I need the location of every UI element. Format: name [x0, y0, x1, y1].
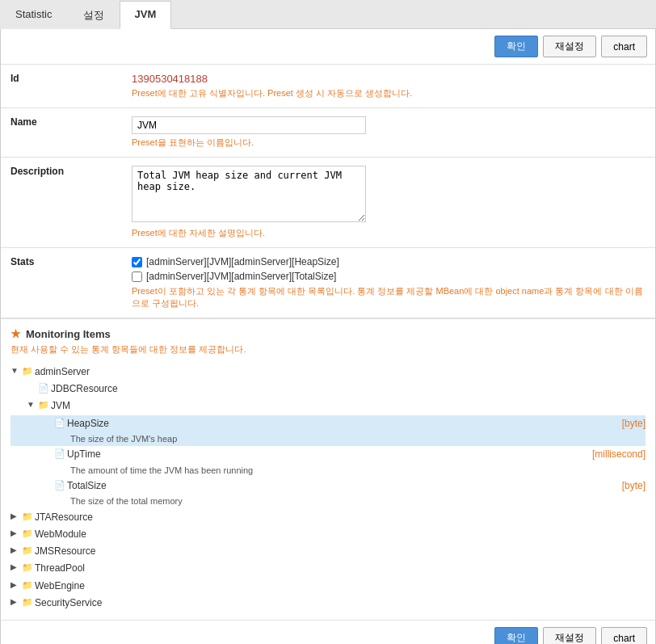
stats-item-0: [adminServer][JVM][adminServer][HeapSize…: [132, 256, 645, 267]
description-hint: Preset에 대한 자세한 설명입니다.: [132, 227, 645, 239]
folder-icon-adminserver: 📁: [22, 364, 35, 379]
doc-icon-uptime: 📄: [54, 447, 67, 461]
node-desc-uptime: The amount of time the JVM has been runn…: [11, 464, 645, 478]
stats-item-label-1: [adminServer][JVM][adminServer][TotalSiz…: [146, 271, 336, 282]
name-hint: Preset을 표현하는 이름입니다.: [132, 137, 645, 149]
main-content: 확인 재설정 chart Id 1390530418188 Preset에 대한…: [0, 29, 656, 644]
id-label: Id: [1, 65, 122, 108]
name-input[interactable]: [132, 116, 366, 134]
folder-icon-jtaresource: 📁: [22, 510, 35, 524]
tree-row-jdbcresource[interactable]: 📄 JDBCResource: [11, 381, 645, 398]
stats-item-1: [adminServer][JVM][adminServer][TotalSiz…: [132, 271, 645, 282]
arrow-jvm: [27, 398, 38, 411]
star-icon: ★: [11, 327, 21, 340]
id-value: 1390530418188: [132, 73, 645, 85]
arrow-jmsresource: [11, 544, 22, 557]
tree-row-securityservice[interactable]: 📁 SecurityService: [11, 595, 645, 612]
name-row: Name Preset을 표현하는 이름입니다.: [1, 108, 655, 158]
doc-icon-heapsize: 📄: [54, 416, 67, 431]
description-label: Description: [1, 158, 122, 248]
description-row: Description Total JVM heap size and curr…: [1, 158, 655, 248]
monitoring-section: ★ Monitoring Items 현재 사용할 수 있는 통계 항목들에 대…: [1, 318, 655, 620]
node-label-heapsize: HeapSize: [67, 416, 614, 431]
node-label-securityservice: SecurityService: [35, 596, 645, 611]
tree-row-webengine[interactable]: 📁 WebEngine: [11, 578, 645, 595]
reset-button[interactable]: 재설정: [543, 36, 596, 57]
monitoring-title: ★ Monitoring Items: [11, 327, 645, 340]
id-row: Id 1390530418188 Preset에 대한 고유 식별자입니다. P…: [1, 65, 655, 108]
stats-checkbox-0[interactable]: [132, 257, 142, 267]
node-label-webmodule: WebModule: [35, 527, 645, 542]
tab-statistic[interactable]: Statistic: [0, 1, 68, 29]
node-label-jvm: JVM: [51, 398, 645, 414]
bottom-confirm-button[interactable]: 확인: [494, 627, 538, 644]
arrow-jtaresource: [11, 510, 22, 523]
node-type-totalsize: [byte]: [622, 478, 645, 494]
node-label-jmsresource: JMSResource: [35, 544, 645, 559]
node-label-totalsize: TotalSize: [67, 478, 614, 494]
node-label-threadpool: ThreadPool: [35, 561, 645, 576]
node-type-uptime: [millisecond]: [592, 447, 645, 462]
folder-icon-securityservice: 📁: [22, 596, 35, 610]
node-label-adminserver: adminServer: [35, 364, 645, 380]
tree-row-threadpool[interactable]: 📁 ThreadPool: [11, 560, 645, 577]
tree-row-webmodule[interactable]: 📁 WebModule: [11, 526, 645, 543]
stats-hint: Preset이 포함하고 있는 각 통계 항목에 대한 목록입니다. 통계 정보…: [132, 285, 645, 309]
name-label: Name: [1, 108, 122, 158]
bottom-chart-button[interactable]: chart: [601, 627, 647, 644]
node-desc-totalsize: The size of the total memory: [11, 495, 645, 509]
tab-jvm[interactable]: JVM: [120, 1, 172, 29]
node-label-jtaresource: JTAResource: [35, 510, 645, 525]
description-textarea[interactable]: Total JVM heap size and current JVM heap…: [132, 166, 366, 222]
tree: 📁 adminServer 📄 JDBCResource 📁 JVM: [11, 364, 645, 612]
node-label-jdbcresource: JDBCResource: [51, 381, 645, 397]
folder-icon-webengine: 📁: [22, 579, 35, 593]
form-table: Id 1390530418188 Preset에 대한 고유 식별자입니다. P…: [1, 65, 655, 318]
tree-row-jvm[interactable]: 📁 JVM: [11, 398, 645, 415]
doc-icon-jdbcresource: 📄: [38, 381, 51, 396]
tab-settings[interactable]: 설정: [68, 1, 120, 29]
arrow-securityservice: [11, 596, 22, 608]
arrow-webengine: [11, 579, 22, 591]
stats-item-label-0: [adminServer][JVM][adminServer][HeapSize…: [146, 256, 339, 267]
bottom-reset-button[interactable]: 재설정: [543, 627, 596, 644]
bottom-toolbar: 확인 재설정 chart: [1, 620, 655, 644]
id-hint: Preset에 대한 고유 식별자입니다. Preset 생성 시 자동으로 생…: [132, 87, 645, 99]
stats-label: Stats: [1, 248, 122, 318]
stats-checkbox-1[interactable]: [132, 271, 142, 282]
tree-row-adminserver[interactable]: 📁 adminServer: [11, 364, 645, 381]
node-desc-heapsize: The size of the JVM's heap: [11, 432, 645, 447]
folder-icon-threadpool: 📁: [22, 561, 35, 575]
tree-row-jtaresource[interactable]: 📁 JTAResource: [11, 509, 645, 526]
confirm-button[interactable]: 확인: [494, 36, 538, 57]
tree-row-totalsize[interactable]: 📄 TotalSize [byte]: [11, 478, 645, 495]
folder-icon-jmsresource: 📁: [22, 544, 35, 558]
node-label-webengine: WebEngine: [35, 579, 645, 594]
monitoring-title-text: Monitoring Items: [26, 328, 111, 340]
top-toolbar: 확인 재설정 chart: [1, 29, 655, 65]
tree-row-uptime[interactable]: 📄 UpTime [millisecond]: [11, 446, 645, 463]
stats-row: Stats [adminServer][JVM][adminServer][He…: [1, 248, 655, 318]
doc-icon-totalsize: 📄: [54, 478, 67, 493]
node-label-uptime: UpTime: [67, 447, 584, 462]
folder-icon-jvm: 📁: [38, 398, 51, 413]
arrow-adminserver: [11, 364, 22, 377]
folder-icon-webmodule: 📁: [22, 527, 35, 541]
tree-row-heapsize[interactable]: 📄 HeapSize [byte]: [11, 415, 645, 432]
tab-bar: Statistic 설정 JVM: [0, 0, 656, 29]
arrow-threadpool: [11, 561, 22, 574]
chart-button[interactable]: chart: [601, 36, 647, 57]
node-type-heapsize: [byte]: [622, 416, 645, 431]
monitoring-subtitle: 현재 사용할 수 있는 통계 항목들에 대한 정보를 제공합니다.: [11, 343, 645, 356]
arrow-webmodule: [11, 527, 22, 540]
tree-row-jmsresource[interactable]: 📁 JMSResource: [11, 543, 645, 560]
